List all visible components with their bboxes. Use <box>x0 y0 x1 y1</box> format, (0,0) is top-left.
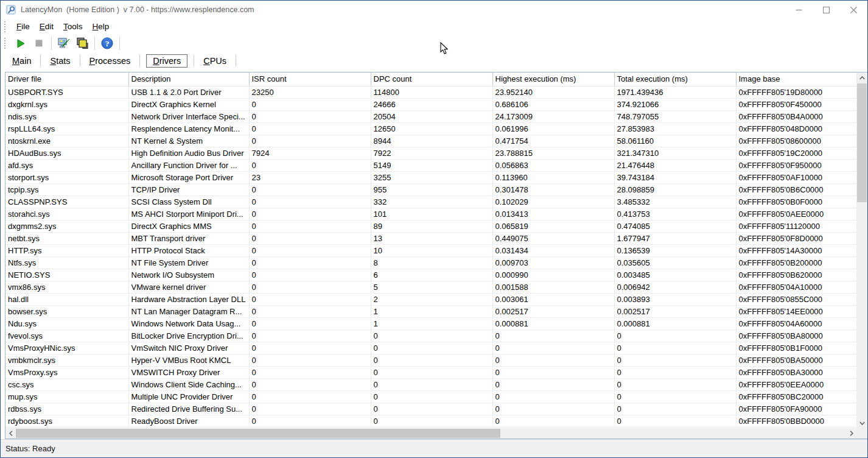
table-cell: 0xFFFFF805'0BA80000 <box>736 329 856 342</box>
table-row[interactable]: afd.sysAncillary Function Driver for ...… <box>5 159 856 171</box>
column-header[interactable]: Highest execution (ms) <box>492 72 614 86</box>
table-row[interactable]: ntoskrnl.exeNT Kernel & System089440.471… <box>5 135 856 147</box>
table-row[interactable]: Ndu.sysWindows Network Data Usag...010.0… <box>5 317 856 329</box>
menu-help[interactable]: Help <box>88 20 114 33</box>
column-header[interactable]: DPC count <box>371 72 492 86</box>
table-cell: VmSwitch NIC Proxy Driver <box>128 342 249 354</box>
table-row[interactable]: fvevol.sysBitLocker Drive Encryption Dri… <box>5 329 856 342</box>
maximize-button[interactable] <box>813 1 840 19</box>
table-cell: 0.113960 <box>492 171 614 183</box>
chevron-down-icon <box>859 421 865 425</box>
table-row[interactable]: HDAudBus.sysHigh Definition Audio Bus Dr… <box>5 147 856 159</box>
table-cell: 0.301478 <box>492 183 614 196</box>
app-logo-icon <box>6 5 16 15</box>
tab-processes[interactable]: Processes <box>84 55 136 67</box>
table-cell: MBT Transport driver <box>128 232 249 244</box>
scroll-down-button[interactable] <box>856 418 867 428</box>
menubar-gripper <box>4 21 6 32</box>
stop-monitor-button[interactable] <box>30 35 48 51</box>
table-cell: 0 <box>371 390 492 403</box>
table-cell: 0xFFFFF805'0EEA0000 <box>736 378 856 390</box>
table-row[interactable]: dxgkrnl.sysDirectX Graphics Kernel024666… <box>5 98 856 110</box>
column-header[interactable]: Image base <box>736 72 856 86</box>
table-cell: 0 <box>371 329 492 342</box>
column-header[interactable]: Driver file <box>5 72 128 86</box>
table-row[interactable]: tcpip.sysTCP/IP Driver09550.30147828.098… <box>5 183 856 196</box>
table-row[interactable]: csc.sysWindows Client Side Caching...000… <box>5 378 856 390</box>
table-row[interactable]: rspLLL64.sysResplendence Latency Monit..… <box>5 122 856 135</box>
tab-cpus[interactable]: CPUs <box>198 55 232 67</box>
menu-tools[interactable]: Tools <box>58 20 88 33</box>
menu-file[interactable]: File <box>12 20 35 33</box>
menu-edit[interactable]: Edit <box>35 20 58 33</box>
table-cell: 10 <box>371 244 492 256</box>
start-monitor-button[interactable] <box>12 35 30 51</box>
table-row[interactable]: vmbkmclr.sysHyper-V VMBus Root KMCL00000… <box>5 354 856 366</box>
table-row[interactable]: rdyboost.sysReadyBoost Driver00000xFFFFF… <box>5 415 856 427</box>
help-button[interactable]: ? <box>98 35 116 51</box>
table-cell: 89 <box>371 220 492 232</box>
scroll-left-button[interactable] <box>5 428 16 439</box>
table-header-row: Driver fileDescriptionISR countDPC count… <box>5 72 856 86</box>
chevron-left-icon <box>9 431 13 436</box>
table-row[interactable]: hal.dllHardware Abstraction Layer DLL020… <box>5 293 856 305</box>
processes-view-button[interactable] <box>73 35 91 51</box>
table-row[interactable]: mup.sysMultiple UNC Provider Driver00000… <box>5 390 856 403</box>
tab-stats[interactable]: Stats <box>44 55 75 67</box>
table-cell: 24666 <box>371 98 492 110</box>
table-row[interactable]: CLASSPNP.SYSSCSI Class System Dll03320.1… <box>5 196 856 208</box>
table-row[interactable]: storahci.sysMS AHCI Storport Miniport Dr… <box>5 208 856 220</box>
table-row[interactable]: vmx86.sysVMware kernel driver050.0015880… <box>5 281 856 293</box>
table-cell: HDAudBus.sys <box>5 147 128 159</box>
table-row[interactable]: VmsProxy.sysVMSWITCH Proxy Driver00000xF… <box>5 366 856 378</box>
table-cell: 0 <box>371 354 492 366</box>
vertical-scrollbar[interactable] <box>856 72 867 428</box>
options-button[interactable] <box>55 35 73 51</box>
table-cell: 0.002517 <box>614 305 736 317</box>
table-row[interactable]: dxgmms2.sysDirectX Graphics MMS0890.0658… <box>5 220 856 232</box>
table-cell: 0xFFFFF805'0BC20000 <box>736 390 856 403</box>
table-cell: 0 <box>371 366 492 378</box>
stop-icon <box>35 40 43 47</box>
table-row[interactable]: ndis.sysNetwork Driver Interface Speci..… <box>5 110 856 122</box>
table-cell: 0 <box>371 378 492 390</box>
minimize-button[interactable] <box>785 1 813 19</box>
scroll-up-button[interactable] <box>856 72 867 83</box>
column-header[interactable]: ISR count <box>249 72 371 86</box>
table-cell: 23.952140 <box>492 86 614 98</box>
table-cell: 0.471754 <box>492 135 614 147</box>
window-title: LatencyMon (Home Edition ) v 7.00 - http… <box>21 5 254 14</box>
table-row[interactable]: HTTP.sysHTTP Protocol Stack0100.0314340.… <box>5 244 856 256</box>
table-cell: 1.677947 <box>614 232 736 244</box>
table-cell: NT Lan Manager Datagram R... <box>128 305 249 317</box>
tab-main[interactable]: Main <box>7 55 37 67</box>
drivers-table: Driver fileDescriptionISR countDPC count… <box>5 72 856 428</box>
table-cell: DirectX Graphics Kernel <box>128 98 249 110</box>
table-row[interactable]: USBPORT.SYSUSB 1.1 & 2.0 Port Driver2325… <box>5 86 856 98</box>
table-cell: csc.sys <box>5 378 128 390</box>
column-header[interactable]: Total execution (ms) <box>614 72 736 86</box>
close-button[interactable] <box>840 1 867 19</box>
table-row[interactable]: storport.sysMicrosoft Storage Port Drive… <box>5 171 856 183</box>
table-cell: USBPORT.SYS <box>5 86 128 98</box>
table-cell: MS AHCI Storport Miniport Dri... <box>128 208 249 220</box>
table-row[interactable]: rdbss.sysRedirected Drive Buffering Su..… <box>5 403 856 415</box>
tab-separator <box>40 55 41 66</box>
table-row[interactable]: bowser.sysNT Lan Manager Datagram R...01… <box>5 305 856 317</box>
table-row[interactable]: Ntfs.sysNT File System Driver080.0097030… <box>5 256 856 269</box>
table-cell: 27.853983 <box>614 122 736 135</box>
vertical-scroll-thumb[interactable] <box>857 83 867 202</box>
column-header[interactable]: Description <box>128 72 249 86</box>
scroll-right-button[interactable] <box>846 428 856 439</box>
table-cell: 0 <box>249 122 371 135</box>
table-cell: 0 <box>249 281 371 293</box>
table-row[interactable]: netbt.sysMBT Transport driver0130.449075… <box>5 232 856 244</box>
table-row[interactable]: VmsProxyHNic.sysVmSwitch NIC Proxy Drive… <box>5 342 856 354</box>
tab-drivers[interactable]: Drivers <box>146 54 187 68</box>
table-row[interactable]: NETIO.SYSNetwork I/O Subsystem060.000990… <box>5 269 856 281</box>
table-cell: 5 <box>371 281 492 293</box>
horizontal-scroll-thumb[interactable] <box>16 429 500 438</box>
close-icon <box>850 7 857 13</box>
table-cell: Ndu.sys <box>5 317 128 329</box>
horizontal-scrollbar[interactable] <box>5 428 856 439</box>
